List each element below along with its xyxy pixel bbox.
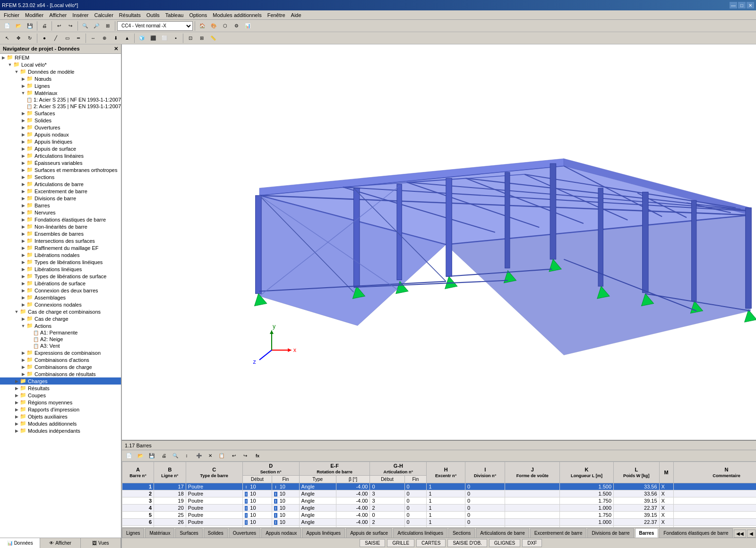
table-cell[interactable]: -4.00	[336, 519, 370, 526]
expand-icon[interactable]: ▶	[13, 428, 20, 433]
title-controls[interactable]: — □ ✕	[730, 2, 754, 9]
menu-item-modifier[interactable]: Modifier	[22, 11, 46, 19]
expand-icon[interactable]: ▶	[20, 253, 26, 257]
table-cell[interactable]: X	[659, 512, 673, 519]
save-btn[interactable]: 💾	[25, 21, 35, 31]
section-btn[interactable]: ⊕	[99, 33, 110, 43]
tree-item[interactable]: ▶📁Types de libérations linéiques	[0, 258, 121, 265]
grid-btn[interactable]: ⊞	[197, 33, 207, 43]
tree-item[interactable]: ▶📁Objets auxiliaires	[0, 413, 121, 420]
measure-btn[interactable]: 📏	[208, 33, 218, 43]
expand-icon[interactable]: ▶	[20, 267, 26, 272]
table-cell[interactable]	[505, 505, 560, 512]
tree-item[interactable]: ▶📁Intersections des surfaces	[0, 237, 121, 244]
tree-item[interactable]: ▶📁Excentrement de barre	[0, 188, 121, 195]
menu-item-calculer[interactable]: Calculer	[91, 11, 116, 19]
table-cell[interactable]: 0	[465, 519, 505, 526]
viewxy-btn[interactable]: ⬜	[159, 33, 170, 43]
table-cell[interactable]: -4.00	[336, 490, 370, 497]
table-cell[interactable]: 39.15	[614, 512, 660, 519]
col-c-header[interactable]: CType de barre	[186, 462, 242, 483]
table-cell[interactable]: 0	[465, 512, 505, 519]
redo-btn[interactable]: ↪	[65, 21, 76, 31]
expand-icon[interactable]: ▶	[20, 231, 26, 236]
expand-icon[interactable]: ▶	[20, 203, 26, 208]
table-cell[interactable]: -4.00	[336, 512, 370, 519]
tree-item[interactable]: ▶📁Sections	[0, 173, 121, 180]
table-cell[interactable]: 33.56	[614, 483, 660, 490]
expand-icon[interactable]: ▼	[13, 309, 20, 314]
zoom-out-btn[interactable]: 🔎	[91, 21, 102, 31]
nav-close[interactable]: ✕	[114, 46, 118, 52]
col-g-debut[interactable]: Début	[370, 476, 404, 483]
results-btn[interactable]: 📊	[242, 21, 253, 31]
table-cell[interactable]: 2	[370, 519, 404, 526]
expand-icon[interactable]: ▶	[20, 146, 26, 151]
col-k-header[interactable]: KLongueur L [m]	[560, 462, 614, 483]
col-gh-header[interactable]: G-HArticulation n°	[370, 462, 427, 476]
nav-arrow[interactable]: ◀	[747, 530, 756, 538]
expand-icon[interactable]: ▶	[20, 224, 26, 229]
new-btn[interactable]: 📄	[2, 21, 12, 31]
expand-icon[interactable]: ▶	[20, 281, 26, 286]
table-new-btn[interactable]: 📄	[124, 451, 134, 461]
tree-item[interactable]: ▶📁Assemblages	[0, 294, 121, 301]
expand-icon[interactable]: ▶	[20, 365, 26, 369]
table-fx-btn[interactable]: fx	[252, 451, 263, 461]
tree-item[interactable]: ▼📁Local vélo*	[0, 61, 121, 68]
expand-icon[interactable]: ▶	[20, 118, 26, 123]
table-cell[interactable]: Angle	[299, 490, 336, 497]
bottom-tab-articulationsliniques[interactable]: Articulations linéiques	[393, 528, 447, 538]
table-cell[interactable]: I 10	[242, 497, 272, 505]
expand-icon[interactable]: ▶	[13, 393, 20, 398]
tree-item[interactable]: ▶📁Raffinement du maillage EF	[0, 244, 121, 251]
expand-icon[interactable]: ▶	[20, 161, 26, 165]
surface-btn[interactable]: ▭	[62, 33, 72, 43]
table-cell[interactable]: X	[659, 497, 673, 505]
expand-icon[interactable]: ▶	[20, 77, 26, 81]
menu-item-fentre[interactable]: Fenêtre	[265, 11, 288, 19]
tree-item[interactable]: ▶📁Libérations nodales	[0, 251, 121, 258]
table-cell[interactable]: 0	[404, 483, 427, 490]
table-row[interactable]: 117PoutreI 10I 10Angle-4.0000101.50033.5…	[122, 483, 756, 490]
col-d-debut[interactable]: Début	[242, 476, 272, 483]
bottom-tab-articulationsdebarre[interactable]: Articulations de barre	[476, 528, 529, 538]
bottom-tab-divisionsdebarre[interactable]: Divisions de barre	[587, 528, 634, 538]
tree-item[interactable]: ▶📁Non-linéarités de barre	[0, 223, 121, 230]
tree-item[interactable]: ▶📁Appuis linéiques	[0, 138, 121, 145]
tree-item[interactable]: ▶📁Coupes	[0, 392, 121, 399]
table-row[interactable]: 525PoutreI 10I 10Angle-4.0000101.75039.1…	[122, 512, 756, 519]
table-cell[interactable]	[505, 483, 560, 490]
bottom-tab-appuisliniques[interactable]: Appuis linéiques	[302, 528, 345, 538]
table-cell[interactable]: 1	[427, 519, 465, 526]
bottom-tab-barres[interactable]: Barres	[635, 528, 659, 538]
maximize-btn[interactable]: □	[738, 2, 746, 9]
table-cell[interactable]: Angle	[299, 519, 336, 526]
table-cell[interactable]: 1	[427, 512, 465, 519]
table-cell[interactable]: 0	[404, 497, 427, 505]
bottom-tab-appuisnodaux[interactable]: Appuis nodaux	[261, 528, 301, 538]
table-cell[interactable]: -4.00	[336, 483, 370, 490]
expand-icon[interactable]: ▶	[20, 175, 26, 180]
table-row[interactable]: 626PoutreI 10I 10Angle-4.0020101.00022.3…	[122, 519, 756, 526]
rotate-btn[interactable]: ↻	[25, 33, 35, 43]
menu-item-modulesadditionnels[interactable]: Modules additionnels	[210, 11, 264, 19]
table-row[interactable]: 420PoutreI 10I 10Angle-4.0020101.00022.3…	[122, 505, 756, 512]
col-n-header[interactable]: NCommentaire	[673, 462, 756, 483]
table-cell[interactable]: I 10	[272, 490, 299, 497]
table-cell[interactable]: I 10	[272, 512, 299, 519]
table-cell[interactable]: 0	[465, 505, 505, 512]
table-cell[interactable]: I 10	[272, 519, 299, 526]
menu-item-afficher[interactable]: Afficher	[46, 11, 69, 19]
bottom-tab-ouvertures[interactable]: Ouvertures	[229, 528, 260, 538]
table-save-btn[interactable]: 💾	[146, 451, 157, 461]
dim-btn[interactable]: ↔	[88, 33, 98, 43]
table-add-btn[interactable]: ➕	[194, 451, 204, 461]
tree-item[interactable]: ▶📁Articulations linéaires	[0, 152, 121, 159]
expand-icon[interactable]: ▶	[20, 168, 26, 172]
tree-item[interactable]: ▶📁Combinaisons de charge	[0, 363, 121, 370]
table-cell[interactable]: 2	[122, 490, 154, 497]
expand-icon[interactable]: ▶	[20, 132, 26, 137]
table-cell[interactable]: 1.000	[560, 519, 614, 526]
table-cell[interactable]	[673, 512, 756, 519]
